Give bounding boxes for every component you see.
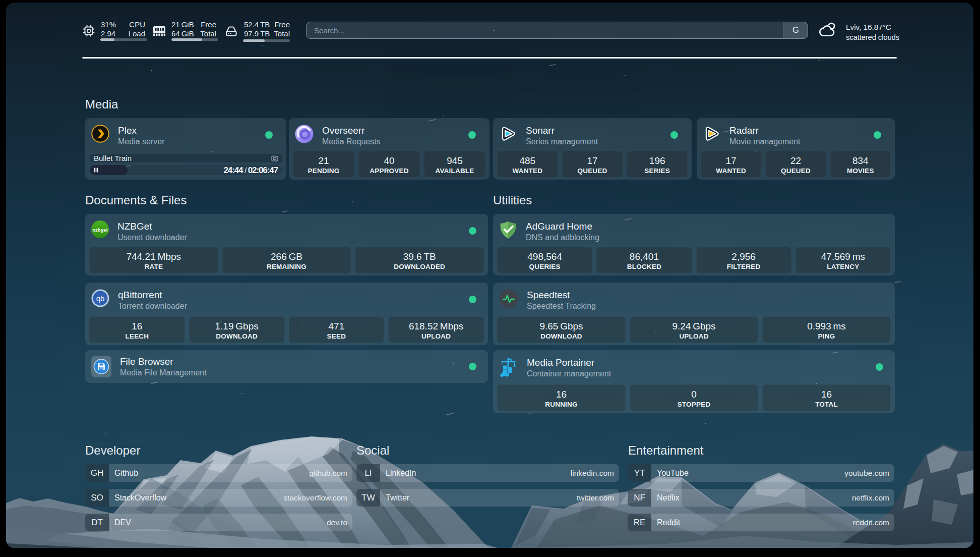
svg-text:qb: qb <box>96 294 105 303</box>
svg-text:nzbget: nzbget <box>92 227 108 233</box>
